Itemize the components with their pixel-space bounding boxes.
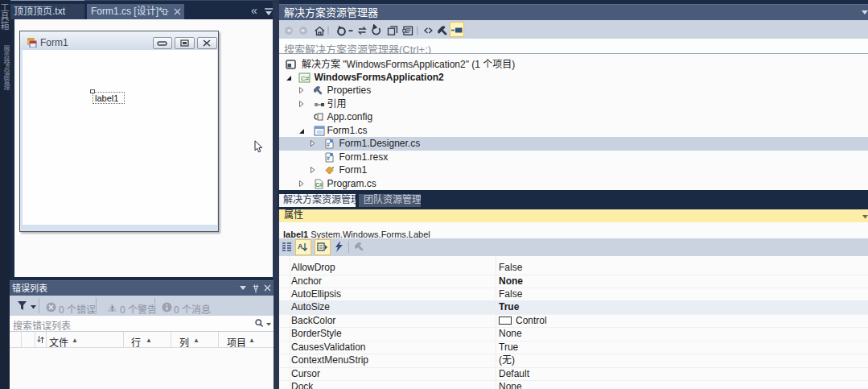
svg-text:A: A: [298, 242, 303, 250]
svg-text:C#: C#: [301, 75, 310, 82]
svg-text:#: #: [327, 142, 330, 147]
svg-text:#: #: [327, 155, 330, 161]
svg-text:C#: C#: [315, 182, 323, 188]
